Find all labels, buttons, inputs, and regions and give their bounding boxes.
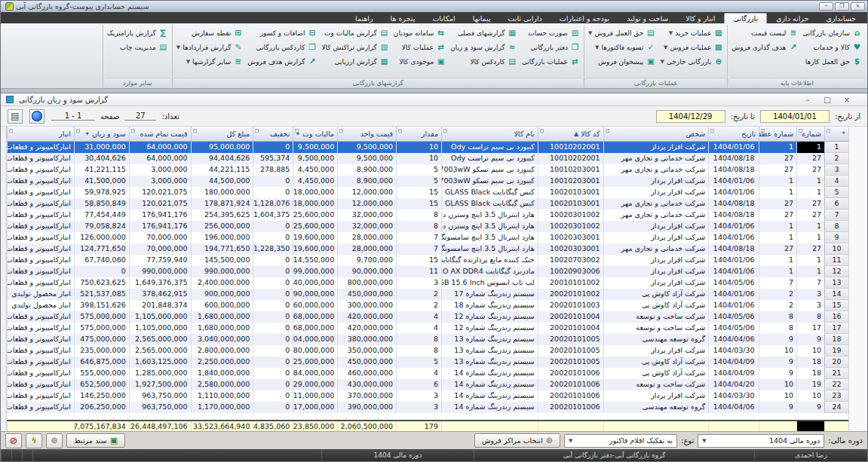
grid-cell-discount[interactable]: 0 — [253, 289, 293, 300]
grid-cell-warehouse[interactable]: انبارکامپیوتر و قطعات کام — [7, 277, 74, 289]
column-header-warehouse[interactable]: انبار — [7, 127, 74, 141]
grid-cell-number[interactable]: 1 — [796, 221, 824, 232]
grid-cell-warehouse[interactable]: انبارکامپیوتر و قطعات کام — [7, 379, 74, 390]
grid-cell-number[interactable]: 27 — [796, 153, 824, 164]
grid-cell-unit-price[interactable]: 28,000,000 — [337, 232, 396, 243]
grid-cell-unit-price[interactable]: 32,000,000 — [337, 221, 396, 232]
grid-cell-warehouse[interactable]: انبارکامپیوتر و قطعات کام — [7, 176, 74, 187]
grid-cell-warehouse[interactable]: انبارکامپیوتر و قطعات کام — [7, 390, 74, 402]
grid-cell-ref-number[interactable]: 2 — [759, 289, 796, 300]
ribbon-item-invoice-settlement[interactable]: ✓تسویه فاکتورها▼ — [586, 40, 658, 54]
grid-cell-total-amount[interactable]: 178,871,924 — [191, 198, 253, 210]
grid-cell-goods-name[interactable]: سیستم رندرینگ شماره 13 — [441, 345, 538, 356]
grid-cell-cost-price[interactable]: 2,565,000,000 — [129, 334, 191, 345]
ribbon-item-goods-transaction-report[interactable]: ▥گزارش تراکنش کالا — [319, 40, 391, 54]
refresh-button[interactable] — [29, 109, 44, 124]
grid-cell-ref-number[interactable]: 1 — [759, 266, 796, 277]
grid-cell-ref-number[interactable]: 1 — [759, 221, 796, 232]
column-filter-box[interactable] — [9, 129, 13, 133]
grid-cell-total-amount[interactable]: 145,500,000 — [191, 255, 253, 266]
grid-cell-date[interactable]: 1404/04/09 — [708, 368, 759, 379]
grid-cell-cost-price[interactable]: 378,462,915 — [129, 289, 191, 300]
grid-cell-date[interactable]: 1404/08/18 — [708, 210, 759, 221]
grid-cell-person[interactable]: شرکت افزار پرداز — [603, 221, 709, 232]
report-maximize-button[interactable]: □ — [823, 96, 832, 104]
ribbon-item-statement[interactable]: ▥صورت حساب — [520, 26, 582, 40]
grid-cell-cost-price[interactable]: 70,000,000 — [129, 232, 191, 243]
grid-cell-goods-name[interactable]: کیس گیگابایت C301 GLASS Black — [441, 198, 538, 210]
grid-cell-number[interactable]: 3 — [796, 300, 824, 311]
grid-cell-cost-price[interactable]: 3,000,000 — [129, 164, 191, 176]
grid-cell-number[interactable]: 1 — [796, 187, 824, 198]
grid-cell-unit-price[interactable]: 9,500,000 — [337, 153, 396, 164]
grid-cell-quantity[interactable]: 5 — [396, 176, 441, 187]
grid-cell-person[interactable]: شرکت آراد کاوش پی — [603, 368, 709, 379]
tab-treasury[interactable]: خزانه داری — [768, 14, 817, 23]
ribbon-item-sales-commission[interactable]: ▤حق العمل فروش▼ — [586, 26, 658, 40]
grid-cell-goods-code[interactable]: 10020103001 — [538, 198, 603, 210]
grid-cell-row-indicator[interactable]: 14 — [824, 289, 848, 300]
grid-cell-total-amount[interactable]: 1,110,000,000 — [191, 390, 253, 402]
grid-cell-warehouse[interactable]: انبار محصول تولیدی — [7, 300, 74, 311]
grid-cell-discount[interactable]: 0 — [253, 176, 293, 187]
column-header-goods-code[interactable]: کد کالا▲ — [538, 127, 603, 141]
grid-cell-total-amount[interactable]: 1,840,000,000 — [191, 368, 253, 379]
grid-cell-ref-number[interactable]: 27 — [759, 153, 796, 164]
grid-cell-total-amount[interactable]: 3,040,000,000 — [191, 334, 253, 345]
grid-cell-goods-code[interactable]: 10010202001 — [538, 153, 603, 164]
grid-cell-person[interactable]: گروه توسعه مهندسی — [603, 334, 709, 345]
grid-cell-discount[interactable]: 0 — [253, 187, 293, 198]
type-select[interactable]: به تفکیک اقلام فاکتور ▼ — [564, 434, 677, 448]
grid-cell-total-amount[interactable]: 2,250,000,000 — [191, 356, 253, 368]
grid-cell-goods-name[interactable]: کیبورد بی سیم تراست Ody — [441, 142, 538, 153]
grid-cell-unit-price[interactable]: 8,900,000 — [337, 164, 396, 176]
grid-cell-warehouse[interactable]: انبارکامپیوتر و قطعات کام — [7, 198, 74, 210]
grid-cell-goods-name[interactable]: سیستم رندرینگ شماره 12 — [441, 323, 538, 334]
grid-cell-warehouse[interactable]: انبارکامپیوتر و قطعات کام — [7, 402, 74, 413]
grid-cell-number[interactable]: 27 — [796, 164, 824, 176]
grid-cell-vat[interactable]: 90,000,000 — [293, 289, 337, 300]
grid-cell-goods-code[interactable]: 10020903006 — [538, 266, 603, 277]
grid-cell-ref-number[interactable]: 10 — [759, 379, 796, 390]
grid-cell-row-indicator[interactable]: 1 — [824, 142, 848, 153]
grid-cell-total-amount[interactable]: 95,000,000 — [191, 142, 253, 153]
grid-cell-vat[interactable]: 129,000,000 — [293, 379, 337, 390]
grid-cell-person[interactable]: شرکت ساخت و توسعه — [603, 311, 709, 323]
grid-cell-vat[interactable]: 280,000,000 — [293, 345, 337, 356]
column-header-unit-price[interactable]: قیمت واحد — [337, 127, 396, 141]
tab-inventory-goods[interactable]: انبار و کالا — [677, 14, 723, 23]
grid-cell-vat[interactable]: 240,000,000 — [293, 277, 337, 289]
grid-cell-discount[interactable]: 0 — [253, 345, 293, 356]
table-row[interactable]: 15321404/01/06شرکت آراد کاوش پی200201010… — [7, 300, 848, 311]
ribbon-item-taxpayer-system[interactable]: ⇆سامانه مودیان — [391, 26, 448, 40]
grid-cell-cost-price[interactable]: 1,927,500,000 — [129, 379, 191, 390]
grid-cell-ref-number[interactable]: 10 — [759, 345, 796, 356]
grid-cell-date[interactable]: 1404/04/09 — [708, 356, 759, 368]
grid-cell-cost-price[interactable]: 2,565,000,000 — [129, 345, 191, 356]
column-header-profit-loss[interactable]: سود و زیان✦ — [74, 127, 129, 141]
ribbon-item-seasonal-reports[interactable]: ▦گزارشهای فصلی — [448, 26, 519, 40]
grid-cell-date[interactable]: 1404/01/06 — [708, 142, 759, 153]
grid-cell-number[interactable]: 8 — [796, 311, 824, 323]
table-row[interactable]: 727271404/08/18شرکت خدماتی و تجاری مهر10… — [7, 210, 848, 221]
grid-cell-vat[interactable]: 19,600,000 — [293, 243, 337, 255]
grid-cell-ref-number[interactable]: 27 — [759, 198, 796, 210]
grid-cell-total-amount[interactable]: 900,000,000 — [191, 289, 253, 300]
grid-cell-warehouse[interactable]: انبارکامپیوتر و قطعات کام — [7, 221, 74, 232]
grid-cell-profit-loss[interactable]: 0 — [74, 266, 129, 277]
grid-cell-row-indicator[interactable]: 5 — [824, 187, 848, 198]
ribbon-item-commission-works[interactable]: $حق العمل کارها — [800, 54, 864, 69]
grid-cell-discount[interactable]: 0 — [253, 142, 293, 153]
grid-cell-goods-code[interactable]: 10020301002 — [538, 210, 603, 221]
stop-button[interactable]: ⊘ — [5, 433, 22, 448]
ribbon-item-order-point[interactable]: ⊞نقطه سفارش — [174, 26, 245, 40]
grid-cell-quantity[interactable]: 15 — [396, 187, 441, 198]
tab-production[interactable]: ساخت و تولید — [618, 14, 676, 23]
grid-cell-unit-price[interactable]: 28,000,000 — [337, 243, 396, 255]
report-close-button[interactable]: × — [842, 96, 851, 104]
grid-cell-unit-price[interactable]: 800,000,000 — [337, 277, 396, 289]
grid-cell-row-indicator[interactable]: 10 — [824, 243, 848, 255]
grid-cell-person[interactable]: شرکت ساخت و توسعه — [603, 323, 709, 334]
ribbon-item-sales-targeting[interactable]: ↗هدف گذاری فروش — [729, 40, 800, 54]
grid-cell-warehouse[interactable]: انبارکامپیوتر و قطعات کام — [7, 187, 74, 198]
